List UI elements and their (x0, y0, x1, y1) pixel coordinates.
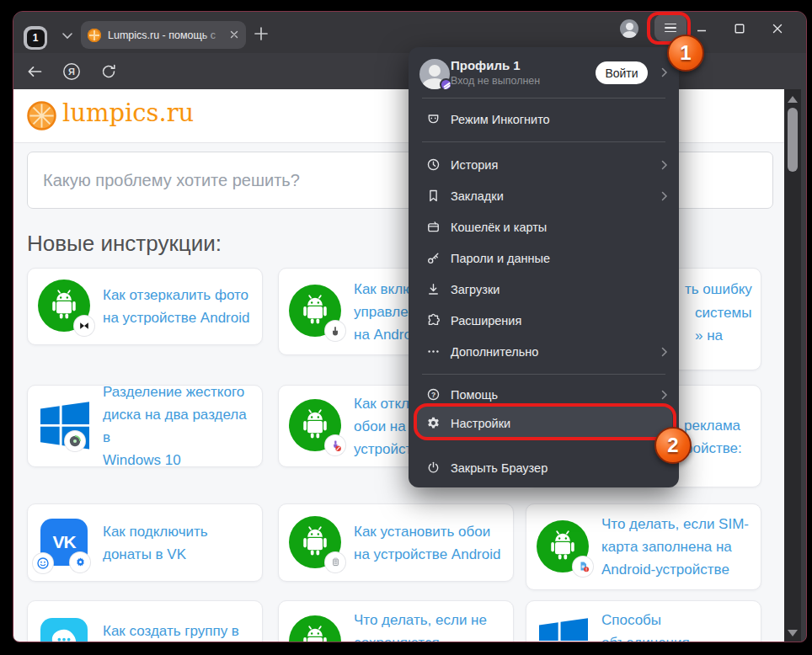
menu-item-wallet[interactable]: Кошелёк и карты (409, 211, 679, 242)
article-card[interactable]: Как установить обои на устройстве Androi… (278, 503, 514, 582)
android-icon (289, 615, 343, 642)
tab-counter-button[interactable]: 1 (24, 26, 47, 50)
help-icon: ? (426, 387, 441, 402)
browser-tab[interactable]: Lumpics.ru - помощь с (81, 21, 246, 49)
card-title-line: Разделение жесткого (103, 381, 252, 403)
chevron-right-icon[interactable] (660, 67, 670, 77)
card-title-line: управлен (354, 301, 416, 323)
bookmarks-icon (426, 189, 441, 203)
new-tab-button[interactable] (253, 25, 270, 42)
card-title-line: Android-устройстве (601, 558, 749, 581)
vk-icon: VK (38, 516, 92, 570)
close-tab-icon[interactable] (227, 28, 241, 41)
scroll-up-icon[interactable] (788, 96, 798, 103)
android-icon (38, 280, 92, 333)
card-text-fragment: » на (695, 328, 723, 344)
smiley-badge-icon (33, 553, 53, 573)
site-logo-text[interactable]: lumpics.ru (62, 99, 194, 127)
article-card[interactable]: Как отзеркалить фото на устройстве Andro… (27, 268, 263, 345)
card-text-fragment: системы (695, 305, 751, 322)
menu-item-close-browser[interactable]: Закрыть Браузер (409, 452, 679, 483)
maximize-button[interactable] (728, 19, 751, 39)
card-text-fragment: ройстве: (685, 440, 742, 457)
puzzle-icon (426, 313, 441, 328)
vk-logo-text: VK (52, 532, 75, 552)
download-icon (426, 282, 441, 296)
card-title-line: Как установить обои (354, 520, 500, 543)
gear-badge-icon (70, 552, 90, 572)
annotation-step-1: 1 (667, 35, 704, 72)
annotation-rect-settings (414, 403, 676, 440)
card-title-line: донаты в VK (103, 543, 208, 566)
card-title-line: на Androi (354, 323, 416, 346)
menu-item-incognito[interactable]: Режим Инкогнито (409, 104, 679, 135)
card-title-line: Как подключить (103, 520, 208, 543)
windows-icon (537, 615, 590, 642)
menu-divider (422, 374, 665, 375)
tab-title: Lumpics.ru - помощь с (108, 29, 217, 41)
menu-item-bookmarks[interactable]: Закладки (409, 180, 679, 211)
sim-alert-badge-icon (573, 556, 593, 577)
login-button[interactable]: Войти (596, 61, 648, 84)
mirror-badge-icon (74, 316, 94, 336)
profile-status: Вход не выполнен (451, 75, 540, 87)
article-card[interactable]: Что делать, если SIM- карта заполнена на… (526, 503, 761, 590)
card-title-line: диска на два раздела в (103, 403, 252, 449)
reload-icon[interactable] (99, 62, 118, 81)
menu-item-history[interactable]: История (409, 149, 679, 180)
card-title-line: Что делать, если не (354, 609, 503, 631)
yandex-icon[interactable]: Я (62, 62, 81, 81)
incognito-mask-icon (426, 112, 441, 126)
card-title-line: Как создать группу в (103, 620, 239, 642)
card-title-line: Способы объединения (601, 609, 751, 643)
disk-badge-icon (65, 431, 85, 451)
article-card[interactable]: Как создать группу в VK Мессенджере (27, 600, 263, 642)
card-title-line: карта заполнена на (601, 535, 749, 558)
history-clock-icon (426, 157, 441, 172)
article-card[interactable]: Что делать, если не сохраняются контакты (278, 600, 514, 642)
card-title-line: на устройстве Android (103, 306, 249, 329)
card-text-fragment: ть ошибку (685, 281, 752, 298)
menu-item-more[interactable]: Дополнительно (409, 336, 679, 367)
profile-name: Профиль 1 (451, 58, 521, 72)
menu-item-extensions[interactable]: Расширения (409, 305, 679, 336)
card-title-line: Что делать, если SIM- (601, 513, 749, 535)
more-dots-icon (426, 344, 441, 359)
android-icon (289, 285, 343, 338)
lumpics-favicon-icon (88, 29, 101, 42)
menu-divider (422, 98, 665, 99)
section-title: Новые инструкции: (27, 231, 222, 257)
article-card[interactable]: VK Как подключить донаты в VK (27, 503, 263, 582)
page-scrollbar[interactable] (784, 89, 801, 642)
key-icon (426, 251, 441, 265)
scrollbar-thumb[interactable] (788, 108, 798, 172)
card-title-line: Как вклю (354, 278, 416, 301)
card-title-line: сохраняются контакты (354, 631, 503, 643)
windows-icon (38, 399, 92, 453)
card-title-line: Как отзеркалить фото (103, 284, 249, 306)
close-window-button[interactable] (766, 19, 789, 39)
browser-window: 1 Lumpics.ru - помощь с (13, 11, 807, 642)
svg-text:Я: Я (68, 67, 75, 77)
menu-item-downloads[interactable]: Загрузки (409, 274, 679, 305)
annotation-step-2: 2 (654, 427, 692, 464)
brush-blocked-badge-icon (325, 435, 345, 455)
scroll-down-icon[interactable] (788, 630, 798, 636)
article-card[interactable]: Способы объединения видео в один файл в (526, 600, 761, 642)
menu-divider (422, 141, 665, 142)
chevron-down-icon[interactable] (60, 28, 75, 43)
tab-count: 1 (27, 29, 45, 47)
hand-pointer-badge-icon (325, 321, 345, 341)
power-icon (426, 461, 441, 475)
article-card[interactable]: Разделение жесткого диска на два раздела… (27, 385, 263, 467)
android-icon (289, 516, 343, 570)
back-icon[interactable] (25, 62, 44, 81)
lumpics-logo-icon[interactable] (27, 101, 56, 130)
profile-avatar-icon[interactable] (620, 19, 638, 38)
svg-text:?: ? (431, 391, 435, 399)
tab-title-fade (202, 21, 224, 49)
android-icon (537, 520, 590, 574)
android-icon (289, 399, 343, 453)
menu-item-passwords[interactable]: Пароли и данные (409, 242, 679, 274)
vk-messenger-icon (38, 615, 92, 642)
